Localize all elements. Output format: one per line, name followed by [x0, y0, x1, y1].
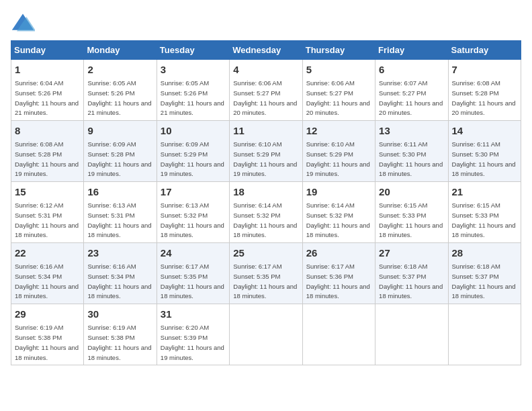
calendar-day-cell: 12 Sunrise: 6:10 AMSunset: 5:29 PMDaylig… — [302, 121, 375, 182]
calendar-day-cell: 31 Sunrise: 6:20 AMSunset: 5:39 PMDaylig… — [157, 304, 229, 365]
day-number: 26 — [306, 246, 371, 260]
calendar-day-cell: 1 Sunrise: 6:04 AMSunset: 5:26 PMDayligh… — [11, 60, 84, 121]
day-number: 22 — [15, 246, 80, 260]
day-number: 23 — [87, 246, 152, 260]
day-number: 24 — [161, 246, 226, 260]
calendar-day-cell: 22 Sunrise: 6:16 AMSunset: 5:34 PMDaylig… — [11, 243, 84, 304]
day-info: Sunrise: 6:07 AMSunset: 5:27 PMDaylight:… — [379, 79, 443, 116]
day-info: Sunrise: 6:10 AMSunset: 5:29 PMDaylight:… — [233, 140, 297, 177]
calendar-day-cell: 10 Sunrise: 6:09 AMSunset: 5:29 PMDaylig… — [157, 121, 229, 182]
calendar-day-cell: 24 Sunrise: 6:17 AMSunset: 5:35 PMDaylig… — [157, 243, 229, 304]
calendar-table: Sunday Monday Tuesday Wednesday Thursday… — [11, 40, 521, 365]
calendar-day-cell: 26 Sunrise: 6:17 AMSunset: 5:36 PMDaylig… — [302, 243, 375, 304]
day-number: 20 — [379, 185, 444, 199]
day-info: Sunrise: 6:19 AMSunset: 5:38 PMDaylight:… — [15, 324, 79, 361]
day-number: 12 — [306, 124, 371, 138]
calendar-week-row: 8 Sunrise: 6:08 AMSunset: 5:28 PMDayligh… — [11, 121, 521, 182]
day-number: 4 — [233, 62, 298, 77]
calendar-day-cell: 16 Sunrise: 6:13 AMSunset: 5:31 PMDaylig… — [84, 182, 157, 243]
day-info: Sunrise: 6:08 AMSunset: 5:28 PMDaylight:… — [452, 79, 516, 116]
day-number: 11 — [233, 124, 298, 138]
day-number: 8 — [15, 124, 80, 138]
day-number: 1 — [15, 62, 80, 77]
day-info: Sunrise: 6:18 AMSunset: 5:37 PMDaylight:… — [379, 263, 443, 300]
day-info: Sunrise: 6:16 AMSunset: 5:34 PMDaylight:… — [15, 263, 79, 300]
calendar-day-cell: 18 Sunrise: 6:14 AMSunset: 5:32 PMDaylig… — [230, 182, 302, 243]
day-info: Sunrise: 6:13 AMSunset: 5:31 PMDaylight:… — [87, 201, 151, 238]
calendar-day-cell: 25 Sunrise: 6:17 AMSunset: 5:35 PMDaylig… — [230, 243, 302, 304]
header-saturday: Saturday — [448, 41, 521, 60]
calendar-day-cell: 11 Sunrise: 6:10 AMSunset: 5:29 PMDaylig… — [230, 121, 302, 182]
day-info: Sunrise: 6:17 AMSunset: 5:35 PMDaylight:… — [161, 263, 224, 300]
day-number: 21 — [452, 185, 517, 199]
calendar-day-cell: 5 Sunrise: 6:06 AMSunset: 5:27 PMDayligh… — [302, 60, 375, 121]
day-number: 5 — [306, 62, 371, 77]
day-info: Sunrise: 6:09 AMSunset: 5:28 PMDaylight:… — [87, 140, 151, 177]
day-info: Sunrise: 6:09 AMSunset: 5:29 PMDaylight:… — [161, 140, 224, 177]
calendar-day-cell: 4 Sunrise: 6:06 AMSunset: 5:27 PMDayligh… — [230, 60, 302, 121]
day-info: Sunrise: 6:06 AMSunset: 5:27 PMDaylight:… — [233, 79, 297, 116]
logo — [11, 11, 39, 35]
day-number: 29 — [15, 307, 80, 321]
day-info: Sunrise: 6:17 AMSunset: 5:35 PMDaylight:… — [233, 263, 297, 300]
calendar-day-cell: 21 Sunrise: 6:15 AMSunset: 5:33 PMDaylig… — [448, 182, 521, 243]
day-info: Sunrise: 6:14 AMSunset: 5:32 PMDaylight:… — [306, 201, 370, 238]
calendar-week-row: 15 Sunrise: 6:12 AMSunset: 5:31 PMDaylig… — [11, 182, 521, 243]
weekday-header-row: Sunday Monday Tuesday Wednesday Thursday… — [11, 41, 521, 60]
day-number: 25 — [233, 246, 298, 260]
calendar-day-cell: 27 Sunrise: 6:18 AMSunset: 5:37 PMDaylig… — [375, 243, 448, 304]
calendar-day-cell — [230, 304, 302, 365]
day-info: Sunrise: 6:18 AMSunset: 5:37 PMDaylight:… — [452, 263, 516, 300]
page-header — [11, 11, 521, 35]
day-info: Sunrise: 6:16 AMSunset: 5:34 PMDaylight:… — [87, 263, 151, 300]
day-info: Sunrise: 6:20 AMSunset: 5:39 PMDaylight:… — [161, 324, 224, 361]
day-info: Sunrise: 6:08 AMSunset: 5:28 PMDaylight:… — [15, 140, 79, 177]
calendar-day-cell: 13 Sunrise: 6:11 AMSunset: 5:30 PMDaylig… — [375, 121, 448, 182]
day-number: 16 — [87, 185, 152, 199]
day-info: Sunrise: 6:04 AMSunset: 5:26 PMDaylight:… — [15, 79, 79, 116]
day-number: 2 — [87, 62, 152, 77]
calendar-week-row: 22 Sunrise: 6:16 AMSunset: 5:34 PMDaylig… — [11, 243, 521, 304]
day-info: Sunrise: 6:13 AMSunset: 5:32 PMDaylight:… — [161, 201, 224, 238]
calendar-day-cell: 9 Sunrise: 6:09 AMSunset: 5:28 PMDayligh… — [84, 121, 157, 182]
calendar-day-cell: 8 Sunrise: 6:08 AMSunset: 5:28 PMDayligh… — [11, 121, 84, 182]
day-info: Sunrise: 6:11 AMSunset: 5:30 PMDaylight:… — [379, 140, 443, 177]
day-info: Sunrise: 6:14 AMSunset: 5:32 PMDaylight:… — [233, 201, 297, 238]
day-number: 28 — [452, 246, 517, 260]
calendar-day-cell: 20 Sunrise: 6:15 AMSunset: 5:33 PMDaylig… — [375, 182, 448, 243]
day-number: 9 — [87, 124, 152, 138]
day-info: Sunrise: 6:19 AMSunset: 5:38 PMDaylight:… — [87, 324, 151, 361]
day-info: Sunrise: 6:05 AMSunset: 5:26 PMDaylight:… — [87, 79, 151, 116]
day-info: Sunrise: 6:15 AMSunset: 5:33 PMDaylight:… — [379, 201, 443, 238]
day-number: 7 — [452, 62, 517, 77]
calendar-day-cell: 6 Sunrise: 6:07 AMSunset: 5:27 PMDayligh… — [375, 60, 448, 121]
day-number: 30 — [87, 307, 152, 321]
header-wednesday: Wednesday — [230, 41, 302, 60]
calendar-day-cell — [375, 304, 448, 365]
calendar-day-cell — [448, 304, 521, 365]
day-number: 17 — [161, 185, 226, 199]
day-number: 3 — [161, 62, 226, 77]
calendar-week-row: 1 Sunrise: 6:04 AMSunset: 5:26 PMDayligh… — [11, 60, 521, 121]
calendar-day-cell: 3 Sunrise: 6:05 AMSunset: 5:26 PMDayligh… — [157, 60, 229, 121]
header-sunday: Sunday — [11, 41, 84, 60]
day-number: 31 — [161, 307, 226, 321]
calendar-week-row: 29 Sunrise: 6:19 AMSunset: 5:38 PMDaylig… — [11, 304, 521, 365]
calendar-day-cell: 7 Sunrise: 6:08 AMSunset: 5:28 PMDayligh… — [448, 60, 521, 121]
calendar-day-cell: 28 Sunrise: 6:18 AMSunset: 5:37 PMDaylig… — [448, 243, 521, 304]
day-number: 13 — [379, 124, 444, 138]
day-info: Sunrise: 6:05 AMSunset: 5:26 PMDaylight:… — [161, 79, 224, 116]
day-number: 14 — [452, 124, 517, 138]
calendar-day-cell: 15 Sunrise: 6:12 AMSunset: 5:31 PMDaylig… — [11, 182, 84, 243]
calendar-day-cell: 17 Sunrise: 6:13 AMSunset: 5:32 PMDaylig… — [157, 182, 229, 243]
header-monday: Monday — [84, 41, 157, 60]
day-number: 18 — [233, 185, 298, 199]
day-info: Sunrise: 6:10 AMSunset: 5:29 PMDaylight:… — [306, 140, 370, 177]
header-thursday: Thursday — [302, 41, 375, 60]
day-number: 6 — [379, 62, 444, 77]
header-tuesday: Tuesday — [157, 41, 229, 60]
day-info: Sunrise: 6:12 AMSunset: 5:31 PMDaylight:… — [15, 201, 79, 238]
day-number: 27 — [379, 246, 444, 260]
day-number: 15 — [15, 185, 80, 199]
calendar-day-cell: 23 Sunrise: 6:16 AMSunset: 5:34 PMDaylig… — [84, 243, 157, 304]
